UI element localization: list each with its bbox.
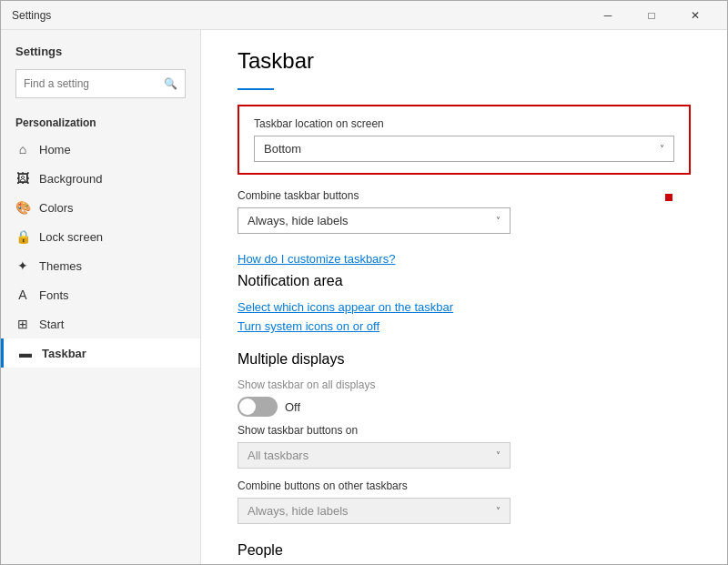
colors-icon: 🎨	[15, 200, 30, 215]
sidebar-item-colors[interactable]: 🎨 Colors	[1, 193, 200, 222]
sidebar-item-themes-label: Themes	[39, 259, 82, 273]
home-icon: ⌂	[15, 142, 30, 156]
taskbar-location-dropdown[interactable]: Bottom ˅	[254, 136, 674, 162]
combine-buttons-chevron: ˅	[496, 216, 500, 226]
window-title: Settings	[12, 9, 587, 22]
sidebar-item-lock-screen-label: Lock screen	[39, 230, 103, 244]
combine-buttons-label: Combine taskbar buttons	[238, 189, 691, 202]
combine-other-dropdown[interactable]: Always, hide labels ˅	[238, 498, 511, 524]
sidebar-item-background[interactable]: 🖼 Background	[1, 164, 200, 193]
lock-screen-icon: 🔒	[15, 229, 30, 244]
multiple-displays-heading: Multiple displays	[238, 351, 691, 368]
taskbar-location-label: Taskbar location on screen	[254, 117, 674, 130]
combine-buttons-group: Combine taskbar buttons Always, hide lab…	[238, 189, 691, 234]
maximize-button[interactable]: □	[631, 1, 672, 30]
sidebar: Settings 🔍 Personalization ⌂ Home 🖼 Back…	[1, 30, 201, 564]
combine-other-value: Always, hide labels	[248, 504, 349, 518]
sidebar-item-lock-screen[interactable]: 🔒 Lock screen	[1, 222, 200, 251]
taskbar-icon: ▬	[18, 346, 33, 360]
background-icon: 🖼	[15, 171, 30, 186]
sidebar-item-taskbar[interactable]: ▬ Taskbar	[1, 338, 200, 368]
close-button[interactable]: ✕	[674, 1, 716, 30]
search-input[interactable]	[24, 77, 164, 90]
main-area: Taskbar Taskbar location on screen Botto…	[201, 30, 727, 564]
sidebar-header: Settings 🔍	[1, 30, 200, 106]
notification-link-2[interactable]: Turn system icons on or off	[238, 319, 691, 333]
red-dot	[665, 194, 672, 201]
show-all-displays-toggle-row: Off	[238, 397, 691, 417]
title-divider	[238, 88, 274, 90]
multiple-displays-group: Multiple displays Show taskbar on all di…	[238, 351, 691, 524]
settings-window: Settings ─ □ ✕ Settings 🔍 Personalizatio…	[0, 0, 728, 565]
show-all-displays-label: Show taskbar on all displays	[238, 378, 691, 391]
notification-area-heading: Notification area	[238, 273, 691, 289]
sidebar-item-background-label: Background	[39, 172, 102, 186]
notification-link-1[interactable]: Select which icons appear on the taskbar	[238, 300, 691, 314]
combine-buttons-dropdown[interactable]: Always, hide labels ˅	[238, 207, 511, 234]
page-title: Taskbar	[238, 48, 691, 74]
sidebar-item-fonts-label: Fonts	[39, 288, 69, 302]
show-buttons-on-dropdown[interactable]: All taskbars ˅	[238, 442, 511, 469]
combine-buttons-value: Always, hide labels	[248, 214, 349, 227]
show-buttons-on-label: Show taskbar buttons on	[238, 424, 691, 437]
sidebar-item-home-label: Home	[39, 143, 71, 156]
title-bar: Settings ─ □ ✕	[1, 1, 727, 30]
sidebar-item-taskbar-label: Taskbar	[42, 347, 86, 360]
search-icon: 🔍	[164, 77, 177, 90]
themes-icon: ✦	[15, 258, 30, 273]
show-all-displays-toggle[interactable]	[238, 397, 278, 417]
show-all-displays-toggle-label: Off	[285, 400, 300, 414]
taskbar-location-value: Bottom	[264, 142, 301, 156]
taskbar-location-chevron: ˅	[660, 144, 664, 154]
sidebar-section-title: Personalization	[1, 106, 200, 135]
sidebar-item-home[interactable]: ⌂ Home	[1, 135, 200, 164]
sidebar-item-colors-label: Colors	[39, 201, 74, 215]
app-title: Settings	[15, 45, 186, 58]
main-content: Settings 🔍 Personalization ⌂ Home 🖼 Back…	[1, 30, 727, 564]
people-heading: People	[238, 542, 691, 559]
show-buttons-on-chevron: ˅	[496, 450, 500, 460]
fonts-icon: A	[15, 288, 30, 302]
window-controls: ─ □ ✕	[587, 1, 716, 30]
sidebar-item-themes[interactable]: ✦ Themes	[1, 251, 200, 280]
sidebar-item-start-label: Start	[39, 318, 64, 331]
people-group: People Show contacts on the taskbar On	[238, 542, 691, 564]
sidebar-item-fonts[interactable]: A Fonts	[1, 280, 200, 309]
minimize-button[interactable]: ─	[587, 1, 629, 30]
search-box[interactable]: 🔍	[15, 69, 186, 98]
toggle-thumb	[239, 399, 256, 415]
how-to-link[interactable]: How do I customize taskbars?	[238, 252, 691, 266]
sidebar-item-start[interactable]: ⊞ Start	[1, 309, 200, 338]
combine-other-chevron: ˅	[496, 506, 500, 516]
start-icon: ⊞	[15, 317, 30, 331]
notification-area-group: Notification area Select which icons app…	[238, 273, 691, 333]
taskbar-location-section: Taskbar location on screen Bottom ˅	[238, 105, 691, 175]
combine-other-label: Combine buttons on other taskbars	[238, 479, 691, 492]
show-buttons-on-value: All taskbars	[248, 449, 308, 462]
